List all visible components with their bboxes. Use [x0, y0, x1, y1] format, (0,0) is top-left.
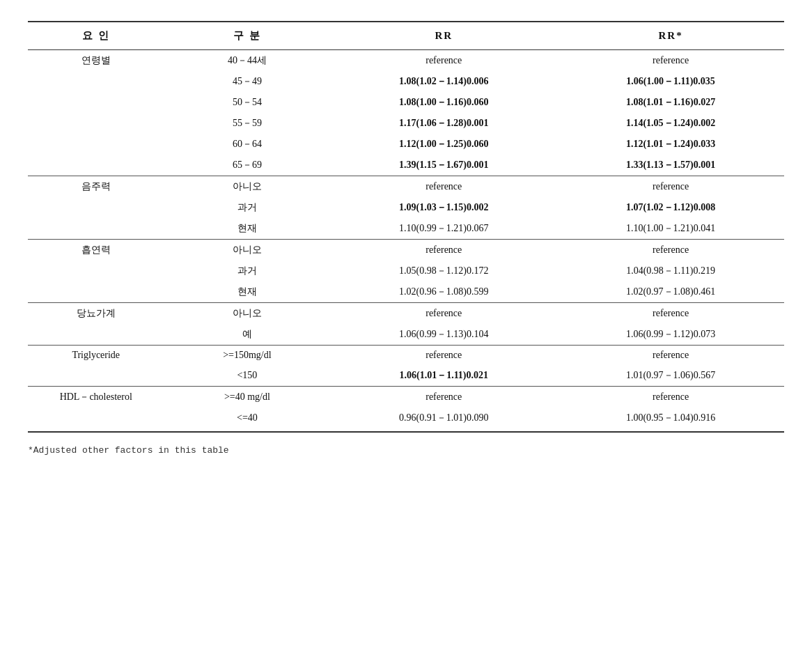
- cell-rr: reference: [330, 303, 557, 325]
- cell-rr: 1.02(0.96－1.08)0.599: [330, 281, 557, 303]
- cell-factor: 흡연력: [28, 240, 164, 261]
- cell-category: 예: [164, 324, 330, 346]
- header-category: 구 분: [164, 22, 330, 50]
- cell-category: <=40: [164, 408, 330, 432]
- cell-factor: 음주력: [28, 176, 164, 198]
- cell-rrs: reference: [557, 346, 784, 366]
- cell-factor: [28, 365, 164, 387]
- cell-rr: reference: [330, 387, 557, 408]
- cell-category: 아니오: [164, 240, 330, 261]
- table-row: 현재1.10(0.99－1.21)0.0671.10(1.00－1.21)0.0…: [28, 218, 784, 240]
- header-rrs: RR*: [557, 22, 784, 50]
- table-row: 음주력아니오referencereference: [28, 176, 784, 198]
- cell-factor: [28, 71, 164, 92]
- cell-category: 65－69: [164, 155, 330, 176]
- cell-rrs: 1.08(1.01－1.16)0.027: [557, 92, 784, 113]
- cell-rrs: 1.02(0.97－1.08)0.461: [557, 281, 784, 303]
- cell-rrs: 1.06(0.99－1.12)0.073: [557, 324, 784, 346]
- cell-rr: 1.39(1.15－1.67)0.001: [330, 155, 557, 176]
- cell-factor: Triglyceride: [28, 346, 164, 366]
- cell-rrs: 1.04(0.98－1.11)0.219: [557, 261, 784, 281]
- cell-category: 50－54: [164, 92, 330, 113]
- table-row: 예1.06(0.99－1.13)0.1041.06(0.99－1.12)0.07…: [28, 324, 784, 346]
- cell-rr: reference: [330, 176, 557, 198]
- table-row: 현재1.02(0.96－1.08)0.5991.02(0.97－1.08)0.4…: [28, 281, 784, 303]
- cell-rr: 1.10(0.99－1.21)0.067: [330, 218, 557, 240]
- table-row: 당뇨가계아니오referencereference: [28, 303, 784, 325]
- cell-rr: 1.09(1.03－1.15)0.002: [330, 197, 557, 218]
- cell-category: 55－59: [164, 113, 330, 134]
- cell-factor: 당뇨가계: [28, 303, 164, 325]
- table-row: <=400.96(0.91－1.01)0.0901.00(0.95－1.04)0…: [28, 408, 784, 432]
- table-row: 과거1.09(1.03－1.15)0.0021.07(1.02－1.12)0.0…: [28, 197, 784, 218]
- cell-category: >=40 mg/dl: [164, 387, 330, 408]
- cell-factor: [28, 113, 164, 134]
- cell-rrs: 1.12(1.01－1.24)0.033: [557, 134, 784, 155]
- cell-rr: 1.08(1.02－1.14)0.006: [330, 71, 557, 92]
- header-factor: 요 인: [28, 22, 164, 50]
- cell-rrs: 1.01(0.97－1.06)0.567: [557, 365, 784, 387]
- table-row: 연령별40－44세referencereference: [28, 50, 784, 72]
- cell-category: 현재: [164, 218, 330, 240]
- cell-category: 60－64: [164, 134, 330, 155]
- cell-factor: [28, 281, 164, 303]
- cell-category: 현재: [164, 281, 330, 303]
- table-row: 흡연력아니오referencereference: [28, 240, 784, 261]
- cell-factor: [28, 218, 164, 240]
- cell-rr: 1.05(0.98－1.12)0.172: [330, 261, 557, 281]
- cell-factor: [28, 197, 164, 218]
- table-footnote: *Adjusted other factors in this table: [28, 445, 784, 456]
- cell-rrs: 1.06(1.00－1.11)0.035: [557, 71, 784, 92]
- cell-rrs: 1.00(0.95－1.04)0.916: [557, 408, 784, 432]
- table-row: 65－691.39(1.15－1.67)0.0011.33(1.13－1.57)…: [28, 155, 784, 176]
- cell-rrs: reference: [557, 240, 784, 261]
- header-rr: RR: [330, 22, 557, 50]
- data-table: 요 인 구 분 RR RR* 연령별40－44세referencereferen…: [28, 21, 784, 433]
- cell-rr: 1.17(1.06－1.28)0.001: [330, 113, 557, 134]
- cell-category: 과거: [164, 197, 330, 218]
- cell-factor: [28, 324, 164, 346]
- cell-category: 45－49: [164, 71, 330, 92]
- cell-rrs: reference: [557, 176, 784, 198]
- cell-category: <150: [164, 365, 330, 387]
- cell-category: >=150mg/dl: [164, 346, 330, 366]
- cell-category: 아니오: [164, 303, 330, 325]
- cell-rrs: 1.14(1.05－1.24)0.002: [557, 113, 784, 134]
- cell-factor: 연령별: [28, 50, 164, 72]
- cell-factor: [28, 92, 164, 113]
- cell-rrs: reference: [557, 303, 784, 325]
- cell-factor: [28, 408, 164, 432]
- cell-factor: [28, 261, 164, 281]
- cell-category: 아니오: [164, 176, 330, 198]
- table-row: HDL－cholesterol>=40 mg/dlreferencerefere…: [28, 387, 784, 408]
- cell-rrs: reference: [557, 387, 784, 408]
- cell-category: 40－44세: [164, 50, 330, 72]
- cell-factor: HDL－cholesterol: [28, 387, 164, 408]
- cell-category: 과거: [164, 261, 330, 281]
- cell-rr: 1.06(1.01－1.11)0.021: [330, 365, 557, 387]
- cell-factor: [28, 155, 164, 176]
- table-header-row: 요 인 구 분 RR RR*: [28, 22, 784, 50]
- cell-rrs: reference: [557, 50, 784, 72]
- table-row: 55－591.17(1.06－1.28)0.0011.14(1.05－1.24)…: [28, 113, 784, 134]
- cell-factor: [28, 134, 164, 155]
- cell-rr: 1.06(0.99－1.13)0.104: [330, 324, 557, 346]
- table-row: Triglyceride>=150mg/dlreferencereference: [28, 346, 784, 366]
- table-row: 과거1.05(0.98－1.12)0.1721.04(0.98－1.11)0.2…: [28, 261, 784, 281]
- table-row: <1501.06(1.01－1.11)0.0211.01(0.97－1.06)0…: [28, 365, 784, 387]
- cell-rr: 1.12(1.00－1.25)0.060: [330, 134, 557, 155]
- table-row: 50－541.08(1.00－1.16)0.0601.08(1.01－1.16)…: [28, 92, 784, 113]
- cell-rrs: 1.07(1.02－1.12)0.008: [557, 197, 784, 218]
- cell-rr: 0.96(0.91－1.01)0.090: [330, 408, 557, 432]
- cell-rr: reference: [330, 240, 557, 261]
- table-row: 60－641.12(1.00－1.25)0.0601.12(1.01－1.24)…: [28, 134, 784, 155]
- cell-rr: reference: [330, 346, 557, 366]
- cell-rr: reference: [330, 50, 557, 72]
- table-row: 45－491.08(1.02－1.14)0.0061.06(1.00－1.11)…: [28, 71, 784, 92]
- table-container: 요 인 구 분 RR RR* 연령별40－44세referencereferen…: [28, 21, 784, 456]
- cell-rrs: 1.33(1.13－1.57)0.001: [557, 155, 784, 176]
- cell-rr: 1.08(1.00－1.16)0.060: [330, 92, 557, 113]
- cell-rrs: 1.10(1.00－1.21)0.041: [557, 218, 784, 240]
